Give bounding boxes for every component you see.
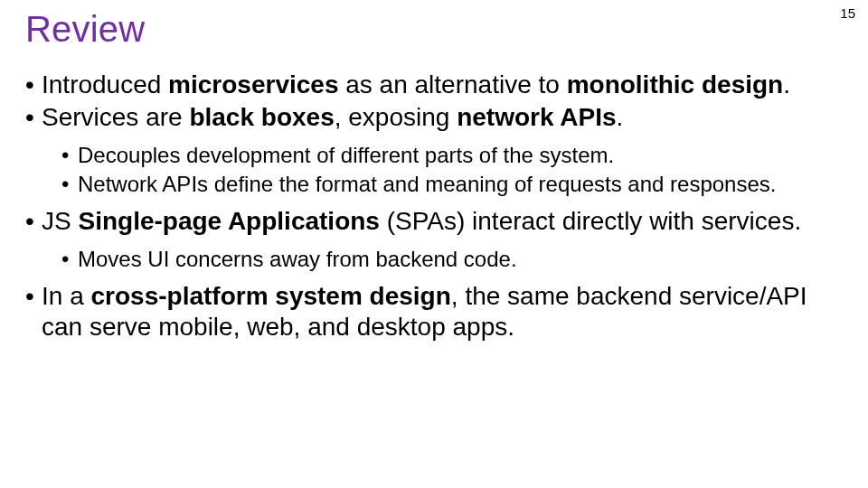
sub-bullet-item: Network APIs define the format and meani… xyxy=(61,171,843,197)
text: In a xyxy=(42,282,90,310)
bold-text: cross-platform system design xyxy=(90,282,450,310)
text: (SPAs) interact directly with services. xyxy=(380,207,801,235)
bullet-item: JS Single-page Applications (SPAs) inter… xyxy=(25,206,843,272)
text: . xyxy=(616,103,623,131)
slide: 15 Review Introduced microservices as an… xyxy=(0,0,868,488)
bold-text: network APIs xyxy=(457,103,616,131)
sub-bullet-item: Decouples development of different parts… xyxy=(61,142,843,168)
text: JS xyxy=(42,207,78,235)
text: . xyxy=(783,70,790,99)
text: as an alternative to xyxy=(338,70,566,99)
bullet-list: Introduced microservices as an alternati… xyxy=(25,70,843,343)
sub-bullet-list: Decouples development of different parts… xyxy=(61,142,843,197)
bold-text: microservices xyxy=(168,70,338,99)
sub-bullet-item: Moves UI concerns away from backend code… xyxy=(61,246,843,272)
bullet-item: In a cross-platform system design, the s… xyxy=(25,281,843,343)
bold-text: black boxes xyxy=(189,103,334,131)
text: Moves UI concerns away from backend code… xyxy=(78,247,517,271)
page-number: 15 xyxy=(840,5,855,21)
text: Decouples development of different parts… xyxy=(78,143,614,167)
bullet-item: Introduced microservices as an alternati… xyxy=(25,70,843,100)
text: Services are xyxy=(42,103,189,131)
text: Network APIs define the format and meani… xyxy=(78,172,776,196)
text: , exposing xyxy=(335,103,457,131)
sub-bullet-list: Moves UI concerns away from backend code… xyxy=(61,246,843,272)
text: Introduced xyxy=(42,70,168,99)
slide-title: Review xyxy=(25,9,843,50)
bold-text: Single-page Applications xyxy=(78,207,379,235)
bold-text: monolithic design xyxy=(567,70,784,99)
bullet-item: Services are black boxes, exposing netwo… xyxy=(25,102,843,197)
